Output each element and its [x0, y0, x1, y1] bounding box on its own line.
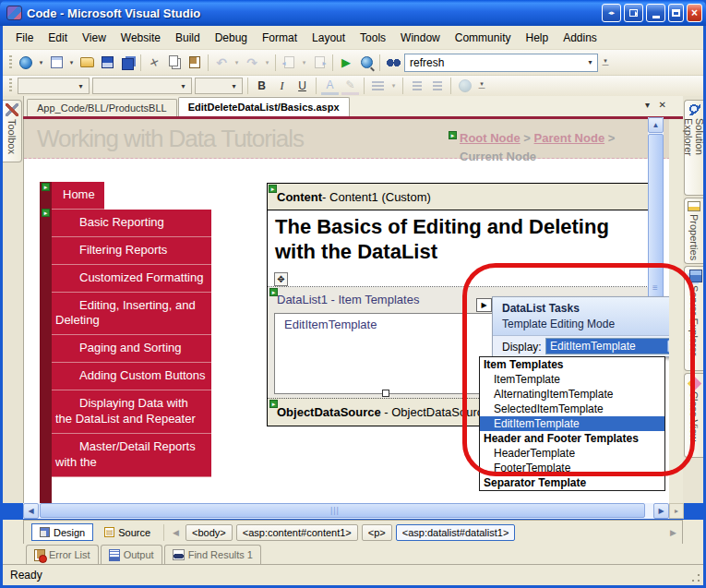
display-template-combo[interactable]: EditItemTemplate ˅ — [545, 338, 669, 354]
tag-aspdatalist-button[interactable]: <asp:datalist#datalist1> — [396, 524, 516, 541]
menu-addins[interactable]: Addins — [556, 28, 604, 48]
design-view-button[interactable]: Design — [31, 523, 93, 541]
dropdown-item-selecteditemtemplate[interactable]: SelectedItemTemplate — [480, 402, 664, 416]
target-rule-combo[interactable]: ▾ — [18, 78, 90, 94]
font-size-combo[interactable]: ▾ — [195, 78, 243, 94]
new-website-dropdown[interactable]: ▾ — [37, 59, 45, 66]
open-file-button[interactable] — [78, 54, 96, 72]
dock-arrows-button[interactable]: ◂▸ — [602, 4, 621, 22]
paste-button[interactable] — [185, 54, 204, 72]
resize-handle[interactable] — [382, 390, 389, 397]
dropdown-item-alternatingitemtemplate[interactable]: AlternatingItemTemplate — [480, 387, 664, 402]
numbered-list-button[interactable] — [408, 78, 425, 95]
error-list-tab[interactable]: Error List — [26, 545, 99, 564]
smart-tag-glyph[interactable]: ▸ — [269, 288, 278, 296]
navigate-forward-button[interactable] — [310, 54, 329, 72]
search-combo[interactable]: refresh ▾ — [404, 54, 598, 72]
cut-button[interactable]: ✕ — [145, 54, 163, 72]
menu-format[interactable]: Format — [255, 28, 305, 48]
tag-body-button[interactable]: <body> — [185, 524, 233, 541]
properties-tab[interactable]: Properties — [684, 198, 703, 264]
undo-button[interactable]: ↶ — [212, 54, 231, 72]
scroll-left-icon[interactable]: ◀ — [23, 503, 39, 519]
highlight-button[interactable]: ✎ — [341, 78, 359, 95]
menu-build[interactable]: Build — [168, 28, 208, 48]
nav-item-customized-formatting[interactable]: Customized Formatting — [52, 265, 211, 293]
display-combo-dropdown-icon[interactable]: ˅ — [667, 340, 669, 353]
scroll-up-icon[interactable]: ▲ — [648, 117, 664, 133]
menu-view[interactable]: View — [75, 28, 114, 48]
navigate-backward-button[interactable] — [280, 54, 298, 72]
underline-button[interactable]: U — [293, 78, 311, 95]
start-debugging-button[interactable]: ▶ — [337, 54, 355, 72]
nav-item-master-detail[interactable]: Master/Detail Reports with the — [52, 434, 211, 477]
nav-item-paging-sorting[interactable]: Paging and Sorting — [52, 335, 211, 363]
output-tab[interactable]: Output — [101, 545, 162, 564]
save-button[interactable] — [98, 54, 116, 72]
bullet-list-button[interactable] — [428, 78, 446, 95]
nav-item-adding-custom-buttons[interactable]: Adding Custom Buttons — [52, 363, 211, 390]
horizontal-scroll-thumb[interactable] — [40, 503, 645, 518]
dropdown-item-edititemtemplate-selected[interactable]: EditItemTemplate — [480, 416, 664, 431]
solution-explorer-tab[interactable]: Solution Explorer — [684, 100, 703, 196]
toolbox-tab[interactable]: Toolbox — [3, 100, 22, 162]
tag-p-button[interactable]: <p> — [362, 524, 392, 541]
dropdown-item-headertemplate[interactable]: HeaderTemplate — [480, 446, 664, 461]
menu-window[interactable]: Window — [393, 28, 448, 48]
breadcrumb-root-link[interactable]: Root Node — [460, 131, 521, 145]
tag-nav-right-icon[interactable]: ▶ — [670, 528, 676, 537]
maximize-button[interactable] — [668, 4, 684, 22]
add-new-item-dropdown[interactable]: ▾ — [67, 59, 76, 66]
nav-item-editing-inserting-deleting[interactable]: Editing, Inserting, and Deleting — [52, 293, 211, 336]
undo-dropdown[interactable]: ▾ — [233, 59, 241, 66]
menu-website[interactable]: Website — [114, 28, 168, 48]
menu-help[interactable]: Help — [518, 28, 556, 48]
source-view-button[interactable]: ▤Source — [97, 523, 158, 541]
tab-productsbll[interactable]: App_Code/BLL/ProductsBLL — [27, 99, 177, 116]
close-button[interactable]: × — [687, 4, 702, 22]
server-explorer-tab[interactable]: Server Explorer — [684, 266, 703, 371]
hyperlink-button[interactable] — [456, 78, 473, 95]
move-handle-icon[interactable]: ✥ — [274, 272, 288, 286]
toolbar-grip[interactable] — [9, 78, 12, 93]
toolbar-overflow-button[interactable]: ▾— — [476, 82, 487, 90]
tag-aspcontent-button[interactable]: <asp:content#content1> — [236, 524, 358, 541]
smart-tag-glyph[interactable]: ▸ — [269, 185, 277, 193]
redo-dropdown[interactable]: ▾ — [263, 59, 271, 66]
menu-community[interactable]: Community — [448, 28, 519, 48]
redo-button[interactable]: ↷ — [243, 54, 261, 72]
menu-edit[interactable]: Edit — [41, 28, 75, 48]
nav-item-displaying-data[interactable]: Displaying Data with the DataList and Re… — [52, 390, 211, 434]
smart-tag-button[interactable]: ▶ — [476, 298, 492, 312]
search-combo-dropdown-icon[interactable]: ▾ — [585, 58, 595, 66]
breadcrumb-parent-link[interactable]: Parent Node — [534, 131, 605, 145]
font-name-combo[interactable]: ▾ — [92, 78, 192, 94]
smart-tag-glyph[interactable]: ▸ — [269, 400, 278, 408]
save-all-button[interactable] — [118, 54, 137, 72]
italic-button[interactable]: I — [273, 78, 291, 95]
nav-item-home[interactable]: Home — [52, 182, 104, 210]
tag-nav-left-icon[interactable]: ◀ — [170, 528, 182, 537]
browse-with-button[interactable] — [357, 54, 376, 72]
menu-tools[interactable]: Tools — [353, 28, 393, 48]
bold-button[interactable]: B — [253, 78, 270, 95]
dropdown-item-itemtemplate[interactable]: ItemTemplate — [480, 372, 664, 387]
font-color-button[interactable]: A — [321, 78, 339, 95]
smart-tag-glyph[interactable]: ▸ — [42, 209, 50, 217]
alignment-button[interactable] — [369, 78, 387, 95]
menu-file[interactable]: File — [8, 28, 41, 48]
nav-item-filtering-reports[interactable]: Filtering Reports — [52, 237, 211, 265]
toolbar-grip[interactable] — [9, 55, 12, 70]
minimize-button[interactable] — [646, 4, 665, 22]
toolbar-overflow-button[interactable]: ▾— — [600, 59, 611, 66]
smart-tag-glyph[interactable]: ▸ — [449, 131, 457, 139]
add-new-item-button[interactable] — [47, 54, 66, 72]
menu-debug[interactable]: Debug — [208, 28, 255, 48]
new-website-button[interactable] — [17, 54, 35, 72]
content-placeholder-header[interactable]: Content - Content1 (Custom) — [268, 184, 649, 210]
nav-item-basic-reporting[interactable]: Basic Reporting — [52, 210, 211, 237]
resize-grip[interactable] — [689, 571, 701, 583]
design-surface[interactable]: Working with Data Tutorials ▸ Root Node … — [23, 119, 669, 503]
find-results-tab[interactable]: Find Results 1 — [164, 545, 261, 564]
close-document-icon[interactable]: ✕ — [659, 100, 666, 110]
